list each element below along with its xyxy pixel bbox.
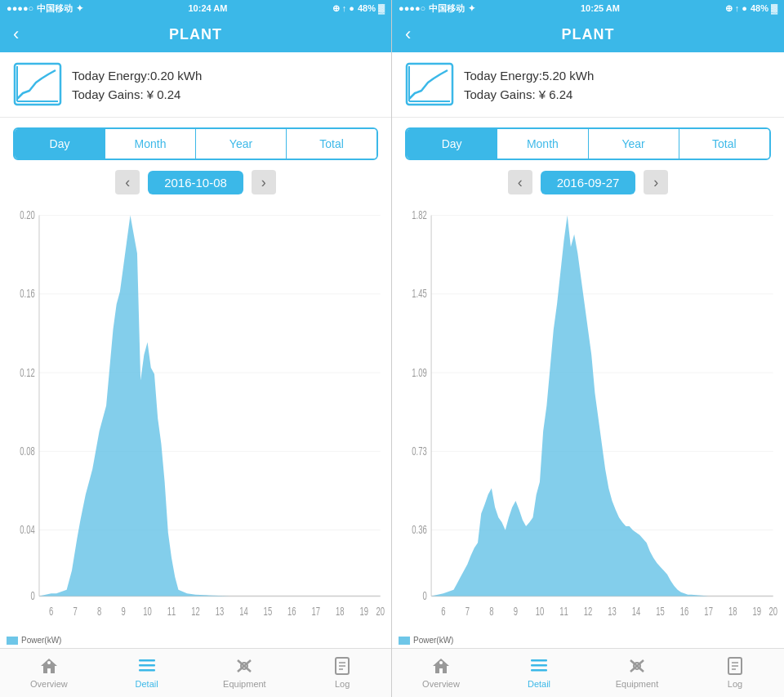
svg-text:11: 11 (559, 605, 568, 618)
svg-text:16: 16 (680, 605, 689, 618)
nav-overview-right[interactable]: Overview (392, 649, 490, 697)
svg-text:15: 15 (264, 605, 273, 618)
tab-year-right[interactable]: Year (589, 129, 679, 159)
energy-text-right: Today Energy:5.20 kWh Today Gains: ¥ 6.2… (464, 69, 594, 101)
legend-text-left: Power(kW) (21, 636, 61, 645)
header-left: ‹ PLANT (0, 16, 391, 52)
tab-day-right[interactable]: Day (407, 129, 497, 159)
nav-label-overview-right: Overview (422, 679, 460, 689)
svg-text:12: 12 (584, 605, 593, 618)
nav-equipment-left[interactable]: Equipment (196, 649, 294, 697)
detail-icon-right (529, 657, 549, 677)
phone-panel-left: ●●●●○ 中国移动 ✦ 10:24 AM ⊕ ↑ ● 48% ▓ ‹ PLAN… (0, 0, 392, 697)
legend-right: Power(kW) (392, 634, 784, 648)
legend-box-left (7, 637, 18, 645)
svg-text:18: 18 (728, 605, 737, 618)
equipment-icon-right (627, 657, 647, 677)
tabs-left: Day Month Year Total (13, 127, 378, 160)
date-next-right[interactable]: › (644, 170, 668, 194)
tab-total-right[interactable]: Total (679, 129, 769, 159)
today-gains-right: Today Gains: ¥ 6.24 (464, 87, 594, 101)
svg-text:0.73: 0.73 (412, 445, 427, 458)
svg-text:8: 8 (97, 605, 102, 618)
back-button-left[interactable]: ‹ (13, 24, 19, 45)
svg-rect-78 (531, 669, 547, 672)
svg-text:6: 6 (49, 605, 54, 618)
svg-text:14: 14 (632, 605, 641, 618)
svg-text:8: 8 (489, 605, 494, 618)
svg-text:0: 0 (30, 589, 35, 602)
nav-label-equipment-left: Equipment (223, 679, 266, 689)
svg-text:0: 0 (423, 589, 428, 602)
nav-label-overview-left: Overview (30, 679, 68, 689)
svg-rect-77 (531, 664, 547, 667)
overview-icon-left (39, 657, 59, 677)
nav-overview-left[interactable]: Overview (0, 649, 98, 697)
nav-label-log-right: Log (728, 679, 742, 689)
tab-month-left[interactable]: Month (105, 129, 196, 159)
status-left-right: ●●●●○ 中国移动 ✦ (399, 2, 475, 15)
date-prev-left[interactable]: ‹ (115, 170, 140, 194)
energy-card-left: Today Energy:0.20 kWh Today Gains: ¥ 0.2… (0, 52, 391, 118)
svg-text:1.09: 1.09 (412, 366, 427, 379)
header-title-right: PLANT (562, 26, 615, 43)
svg-text:0.20: 0.20 (20, 208, 35, 221)
status-bar-left: ●●●●○ 中国移动 ✦ 10:24 AM ⊕ ↑ ● 48% ▓ (0, 0, 391, 16)
back-button-right[interactable]: ‹ (405, 24, 411, 45)
svg-text:16: 16 (287, 605, 296, 618)
tab-day-left[interactable]: Day (15, 129, 105, 159)
svg-text:17: 17 (312, 605, 321, 618)
svg-marker-31 (39, 216, 381, 596)
nav-label-detail-right: Detail (528, 679, 550, 689)
nav-detail-right[interactable]: Detail (490, 649, 588, 697)
svg-text:10: 10 (536, 605, 545, 618)
energy-icon-right (405, 62, 454, 107)
detail-icon-left (137, 657, 157, 677)
svg-rect-34 (139, 664, 155, 667)
date-nav-left: ‹ 2016-10-08 › (0, 170, 391, 194)
equipment-icon-left (234, 657, 254, 677)
chart-svg-right: 1.82 1.45 1.09 0.73 0.36 0 6 7 8 9 10 11… (399, 203, 777, 634)
svg-rect-0 (15, 64, 60, 105)
log-icon-left (332, 657, 352, 677)
tab-year-left[interactable]: Year (196, 129, 287, 159)
date-prev-right[interactable]: ‹ (508, 170, 532, 194)
status-right-left: ⊕ ↑ ● 48% ▓ (332, 3, 385, 14)
svg-text:0.36: 0.36 (412, 523, 427, 536)
header-title-left: PLANT (169, 26, 222, 43)
svg-text:7: 7 (466, 605, 470, 618)
tab-month-right[interactable]: Month (497, 129, 588, 159)
svg-text:9: 9 (514, 605, 519, 618)
date-label-left: 2016-10-08 (148, 171, 243, 194)
svg-text:19: 19 (752, 605, 761, 618)
svg-rect-43 (407, 64, 452, 105)
svg-rect-76 (531, 659, 547, 662)
nav-log-left[interactable]: Log (293, 649, 391, 697)
svg-marker-74 (431, 216, 773, 596)
location-icon: ⊕ ↑ ● (332, 3, 354, 14)
carrier: 中国移动 (37, 2, 73, 15)
wifi-icon-right: ✦ (468, 3, 475, 14)
energy-icon-left (13, 62, 62, 107)
today-energy-left: Today Energy:0.20 kWh (72, 69, 202, 83)
svg-text:6: 6 (441, 605, 446, 618)
nav-label-log-left: Log (335, 679, 350, 689)
location-icon-right: ⊕ ↑ ● (725, 3, 747, 14)
nav-equipment-right[interactable]: Equipment (588, 649, 686, 697)
nav-label-equipment-right: Equipment (616, 679, 659, 689)
carrier-right: 中国移动 (429, 2, 465, 15)
svg-text:10: 10 (143, 605, 152, 618)
svg-text:14: 14 (239, 605, 248, 618)
energy-card-right: Today Energy:5.20 kWh Today Gains: ¥ 6.2… (392, 52, 784, 118)
battery-left: 48% ▓ (358, 3, 385, 13)
svg-point-75 (439, 661, 443, 664)
time-left: 10:24 AM (188, 3, 227, 13)
nav-detail-left[interactable]: Detail (98, 649, 196, 697)
today-energy-right: Today Energy:5.20 kWh (464, 69, 594, 83)
overview-icon-right (431, 657, 451, 677)
nav-log-right[interactable]: Log (686, 649, 784, 697)
tab-total-left[interactable]: Total (287, 129, 376, 159)
signal-dots: ●●●●○ (7, 3, 33, 13)
date-next-left[interactable]: › (252, 170, 276, 194)
svg-text:15: 15 (656, 605, 665, 618)
